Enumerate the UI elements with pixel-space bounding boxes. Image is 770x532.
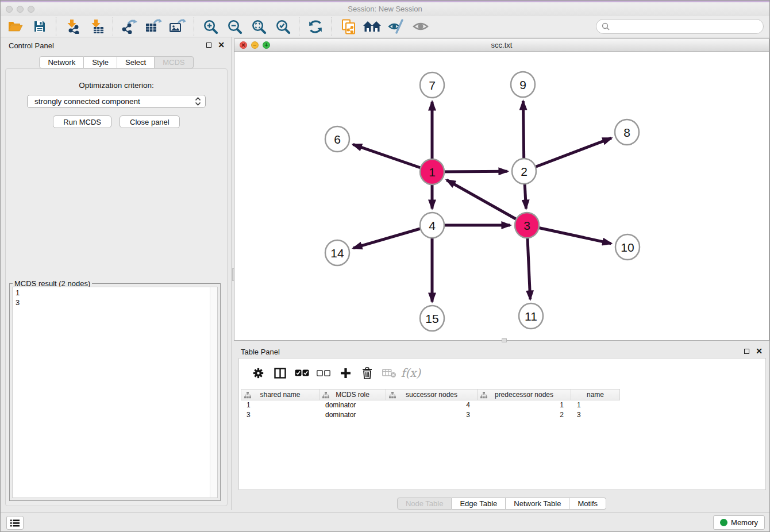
graph-node-7[interactable]: 7 (420, 72, 444, 98)
export-table-button[interactable] (141, 17, 165, 36)
graph-node-label: 11 (525, 310, 537, 323)
window-close-button[interactable] (6, 6, 13, 13)
import-network-button[interactable] (60, 17, 84, 36)
graph-node-4[interactable]: 4 (420, 213, 444, 238)
table-cell[interactable]: 3 (241, 411, 319, 419)
delete-column-button[interactable] (356, 363, 378, 383)
zoom-selected-button[interactable] (271, 17, 295, 36)
tab-mcds[interactable]: MCDS (155, 56, 193, 68)
table-cell[interactable]: 3 (386, 411, 478, 419)
float-table-panel-icon[interactable] (744, 349, 749, 354)
graph-edge-3-1[interactable] (446, 180, 527, 225)
result-line: 3 (16, 298, 214, 308)
tab-motifs[interactable]: Motifs (569, 498, 606, 510)
network-canvas[interactable]: 7968124314101511 (234, 52, 769, 340)
graph-edge-3-10[interactable] (527, 225, 611, 244)
table-row[interactable]: 3dominator323 (241, 410, 620, 420)
tab-network[interactable]: Network (39, 56, 84, 68)
network-window-titlebar[interactable]: ✕ − + scc.txt (234, 39, 769, 52)
network-graph[interactable]: 7968124314101511 (234, 52, 770, 341)
node-table[interactable]: shared nameMCDS rolesuccessor nodesprede… (241, 389, 620, 419)
table-panel-title: Table Panel (241, 348, 280, 356)
unselect-all-columns-button[interactable] (313, 363, 334, 383)
table-cell[interactable]: dominator (319, 401, 386, 409)
column-header-MCDS-role[interactable]: MCDS role (319, 389, 386, 400)
tab-select[interactable]: Select (117, 56, 155, 68)
import-table-button[interactable] (84, 17, 109, 36)
status-bar: Memory (1, 512, 769, 531)
optimization-select[interactable]: strongly connected component (27, 95, 206, 108)
network-minimize-button[interactable]: − (251, 41, 259, 49)
zoom-out-button[interactable] (222, 17, 247, 36)
window-zoom-button[interactable] (28, 6, 34, 13)
search-box[interactable] (596, 19, 764, 34)
graph-node-6[interactable]: 6 (325, 126, 349, 152)
duplicate-network-button[interactable] (336, 17, 360, 36)
column-header-shared-name[interactable]: shared name (241, 389, 319, 400)
column-header-predecessor-nodes[interactable]: predecessor nodes (478, 389, 571, 400)
tab-style[interactable]: Style (84, 56, 117, 68)
export-image-button[interactable] (165, 17, 190, 36)
search-input[interactable] (613, 22, 758, 31)
window-controls[interactable] (6, 6, 34, 13)
delete-table-button[interactable] (378, 363, 400, 383)
create-column-button[interactable] (334, 363, 356, 383)
network-maximize-button[interactable]: + (263, 41, 270, 49)
graph-node-1[interactable]: 1 (420, 159, 444, 184)
export-network-button[interactable] (117, 17, 141, 36)
column-header-label: name (587, 391, 604, 399)
close-table-panel-icon[interactable]: ✕ (756, 348, 763, 354)
graph-node-2[interactable]: 2 (512, 159, 536, 184)
network-close-button[interactable]: ✕ (240, 41, 247, 49)
close-panel-button[interactable]: Close panel (120, 115, 180, 128)
table-cell[interactable]: dominator (319, 411, 386, 419)
column-header-name[interactable]: name (571, 389, 620, 400)
select-all-columns-button[interactable] (291, 363, 313, 383)
graph-edge-2-8[interactable] (524, 138, 611, 171)
close-panel-icon[interactable]: ✕ (218, 42, 225, 48)
column-header-successor-nodes[interactable]: successor nodes (386, 389, 478, 400)
zoom-fit-button[interactable] (247, 17, 271, 36)
graph-node-11[interactable]: 11 (519, 303, 543, 329)
zoom-selected-icon (275, 18, 291, 35)
table-cell[interactable]: 3 (571, 411, 620, 419)
hide-selected-button[interactable] (384, 17, 409, 36)
table-row[interactable]: 1dominator411 (241, 400, 620, 410)
save-session-button[interactable] (28, 17, 52, 36)
graph-node-14[interactable]: 14 (325, 240, 349, 265)
run-mcds-button[interactable]: Run MCDS (53, 115, 111, 128)
network-title: scc.txt (234, 39, 769, 51)
zoom-out-icon (226, 18, 243, 35)
table-cell[interactable]: 1 (241, 401, 319, 409)
show-column-button[interactable] (269, 363, 291, 383)
open-session-button[interactable] (3, 17, 28, 36)
table-cell[interactable]: 1 (478, 401, 571, 409)
refresh-button[interactable] (303, 17, 328, 36)
table-cell[interactable]: 2 (478, 411, 571, 419)
tab-edge-table[interactable]: Edge Table (452, 498, 506, 510)
homes-icon (363, 20, 382, 33)
mcds-result-text[interactable]: 13 (12, 287, 218, 498)
result-scrollbar[interactable] (210, 287, 217, 498)
zoom-in-button[interactable] (198, 17, 222, 36)
table-settings-button[interactable] (247, 363, 269, 383)
tab-network-table[interactable]: Network Table (506, 498, 569, 510)
network-resize-handle[interactable] (502, 338, 507, 342)
show-all-button[interactable] (409, 17, 433, 36)
table-cell[interactable]: 4 (386, 401, 478, 409)
graph-node-10[interactable]: 10 (615, 234, 640, 260)
memory-button[interactable]: Memory (713, 515, 765, 530)
graph-node-3[interactable]: 3 (515, 213, 539, 238)
graph-node-15[interactable]: 15 (420, 306, 444, 331)
window-minimize-button[interactable] (17, 6, 24, 13)
function-builder-button[interactable]: f(x) (400, 363, 422, 383)
graph-node-8[interactable]: 8 (615, 119, 639, 145)
graph-node-label: 15 (425, 312, 438, 325)
table-cell[interactable]: 1 (571, 401, 620, 409)
tab-node-table[interactable]: Node Table (397, 498, 452, 510)
graph-node-9[interactable]: 9 (511, 72, 535, 97)
first-neighbors-button[interactable] (360, 17, 384, 36)
float-panel-icon[interactable] (206, 43, 211, 48)
show-panels-button[interactable] (6, 516, 24, 530)
graph-node-label: 3 (523, 219, 530, 232)
